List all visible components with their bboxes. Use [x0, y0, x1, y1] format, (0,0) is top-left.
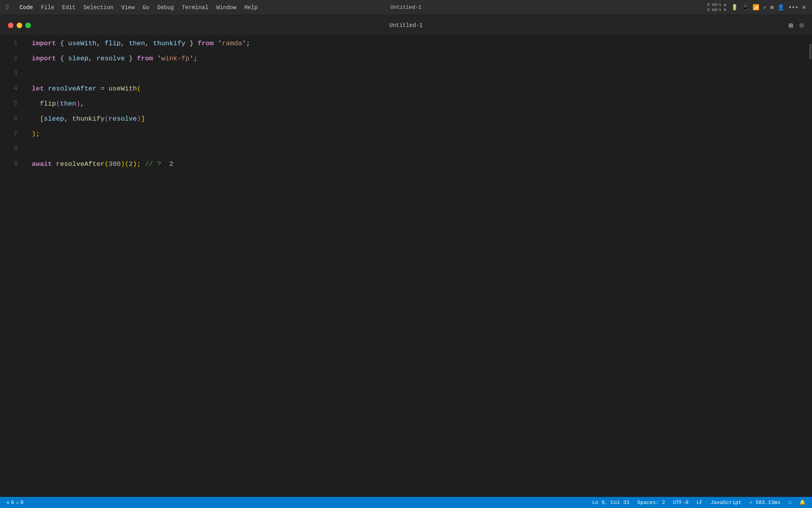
line-number-5: 5: [13, 100, 17, 107]
token-1-2: {: [56, 40, 68, 47]
token-5-0: [32, 100, 40, 108]
token-9-6: )(: [121, 160, 128, 168]
status-bar-left: ✕ 0 ⚠ 0: [6, 499, 23, 506]
warning-icon: ⚠: [16, 499, 19, 506]
token-9-2: [52, 160, 56, 168]
menu-bar-left:  Code File Edit Selection View Go Debug…: [6, 4, 261, 12]
code-line-9: await resolveAfter ( 300 )( 2 ); // ? 2: [24, 156, 812, 171]
phone-icon: 📱: [742, 4, 749, 11]
token-6-5: (: [105, 115, 109, 123]
line-number-2: 2: [13, 55, 17, 62]
token-2-3: sleep: [68, 55, 88, 62]
line-row-1: 1: [0, 36, 24, 51]
scrollbar-thumb[interactable]: [809, 44, 812, 60]
maximize-button[interactable]: [25, 23, 31, 28]
token-6-2: sleep: [44, 115, 64, 123]
token-5-5: ,: [80, 100, 84, 108]
code-line-2: import { sleep , resolve } from 'wink-fp…: [24, 51, 812, 66]
status-icons: 🔋 📱 📶 ✓ ⊞ 👤 ••• ≡: [731, 4, 806, 11]
token-4-3: resolveAfter: [48, 85, 96, 92]
apple-icon[interactable]: : [6, 4, 10, 11]
token-1-10: }: [186, 40, 198, 47]
code-line-5: flip ( then ) ,: [24, 96, 812, 111]
line-number-3: 3: [13, 70, 17, 77]
network-info: 0 KB/s ▲ 0 KB/s ▼: [707, 2, 726, 13]
token-9-10: 2: [165, 160, 173, 168]
menu-help[interactable]: Help: [241, 4, 261, 12]
menu-code[interactable]: Code: [17, 4, 36, 12]
vertical-scrollbar[interactable]: [809, 36, 812, 497]
token-6-8: ]: [141, 115, 145, 123]
token-9-1: await: [32, 160, 52, 168]
token-4-5: useWith: [109, 85, 137, 92]
token-6-3: ,: [64, 115, 72, 123]
token-4-6: (: [137, 85, 141, 92]
warning-number: 0: [20, 500, 23, 506]
token-1-14: ';: [242, 40, 250, 47]
menu-view[interactable]: View: [118, 4, 138, 12]
token-9-9: // ?: [141, 160, 165, 168]
token-5-1: flip: [40, 100, 56, 108]
token-4-1: let: [32, 85, 44, 92]
line-row-4: 4: [0, 81, 24, 96]
token-9-8: );: [133, 160, 141, 168]
window-title-center: Untitled-1: [391, 4, 421, 10]
feedback-time[interactable]: ✓ 583.13ms: [749, 499, 780, 506]
menu-debug[interactable]: Debug: [154, 4, 177, 12]
status-bar-right: Ln 9, Col 33 Spaces: 2 UTF-8 LF JavaScri…: [592, 499, 806, 506]
line-number-4: 4: [13, 85, 17, 92]
line-gutter: 1 2 3 4 5 6 7 8 9: [0, 36, 24, 497]
eol-info[interactable]: LF: [697, 500, 703, 506]
title-bar-right: 0 KB/s ▲ 0 KB/s ▼ 🔋 📱 📶 ✓ ⊞ 👤 ••• ≡: [707, 2, 806, 13]
menu-window[interactable]: Window: [213, 4, 239, 12]
indent-info[interactable]: Spaces: 2: [637, 500, 665, 506]
token-7-1: );: [32, 130, 40, 138]
error-count[interactable]: ✕ 0 ⚠ 0: [6, 499, 23, 506]
bell-icon[interactable]: 🔔: [799, 499, 806, 506]
code-area[interactable]: import { useWith , flip , then , thunkif…: [24, 36, 812, 497]
cursor-position[interactable]: Ln 9, Col 33: [592, 500, 630, 506]
close-button[interactable]: [8, 23, 13, 28]
token-6-1: [: [40, 115, 44, 123]
token-2-10: ';: [190, 55, 197, 62]
split-editor-icon[interactable]: ⊞: [789, 21, 793, 30]
token-1-13: ramda: [222, 40, 242, 47]
line-row-9: 9: [0, 156, 24, 171]
menu-edit[interactable]: Edit: [59, 4, 79, 12]
token-2-5: resolve: [96, 55, 124, 62]
menu-items: Code File Edit Selection View Go Debug T…: [17, 4, 261, 12]
line-number-1: 1: [13, 40, 17, 47]
menu-bar:  Code File Edit Selection View Go Debug…: [0, 0, 812, 15]
token-2-9: wink-fp: [161, 55, 190, 62]
token-1-3: useWith: [68, 40, 96, 47]
token-1-4: ,: [96, 40, 104, 47]
token-9-7: 2: [129, 160, 133, 168]
token-1-1: import: [32, 40, 56, 47]
window-title-bar: Untitled-1 ⊞: [0, 15, 812, 36]
menu-selection[interactable]: Selection: [80, 4, 117, 12]
smiley-icon[interactable]: ☺: [788, 500, 791, 506]
error-icon: ✕: [6, 499, 10, 506]
error-number: 0: [11, 500, 14, 506]
token-2-8: ': [153, 55, 161, 62]
line-row-8: 8: [0, 141, 24, 156]
code-line-6: [ sleep , thunkify ( resolve ) ]: [24, 111, 812, 126]
user-icon: 👤: [778, 4, 784, 11]
menu-terminal[interactable]: Terminal: [179, 4, 212, 12]
token-4-4: =: [96, 85, 109, 92]
minimize-button[interactable]: [17, 23, 22, 28]
code-line-3: [24, 66, 812, 81]
menu-go[interactable]: Go: [140, 4, 153, 12]
title-text: Untitled-1: [391, 4, 421, 10]
editor-title: Untitled-1: [389, 22, 423, 29]
token-6-6: resolve: [109, 115, 137, 123]
token-9-4: (: [105, 160, 109, 168]
line-row-2: 2: [0, 51, 24, 66]
encoding-info[interactable]: UTF-8: [673, 500, 689, 506]
cast-icon: ⊞: [770, 4, 774, 11]
token-5-4: ): [76, 100, 80, 108]
network-up: 0 KB/s ▲: [707, 2, 726, 8]
language-mode[interactable]: JavaScript: [710, 500, 741, 506]
menu-file[interactable]: File: [38, 4, 57, 12]
token-9-5: 300: [109, 160, 121, 168]
